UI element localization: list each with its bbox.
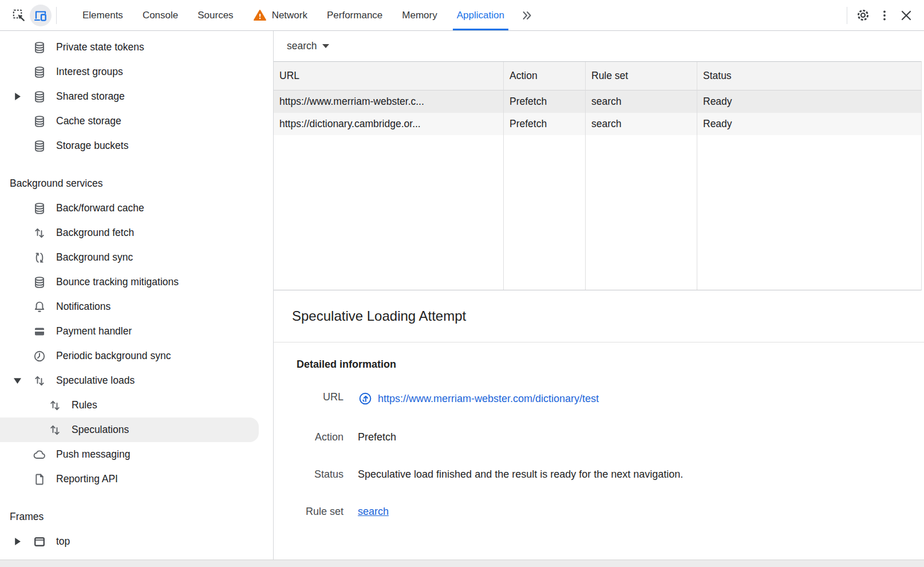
- toggle-device-toolbar-icon[interactable]: [30, 5, 52, 26]
- sidebar-item-label: Background fetch: [56, 227, 134, 239]
- sidebar-item-label: Rules: [72, 399, 97, 411]
- sidebar-item-speculative-loads[interactable]: Speculative loads: [0, 368, 259, 393]
- speculations-toolbar: search: [274, 31, 924, 61]
- sidebar-section-background-services: Background services: [0, 171, 273, 196]
- detail-value: Prefetch: [358, 431, 396, 443]
- sidebar-item-label: Push messaging: [56, 448, 130, 460]
- table-row-1-cell[interactable]: Prefetch: [504, 90, 586, 113]
- tab-console[interactable]: Console: [133, 0, 188, 30]
- sidebar-item-reporting-api[interactable]: Reporting API: [0, 467, 259, 491]
- sidebar-item-bounce-tracking-mitigations[interactable]: Bounce tracking mitigations: [0, 270, 259, 294]
- table-empty-area: [274, 135, 504, 290]
- sidebar-item-cache-storage[interactable]: Cache storage: [0, 109, 259, 133]
- frame-icon: [33, 535, 46, 549]
- table-row-1-cell[interactable]: Ready: [697, 90, 921, 113]
- sidebar-item-notifications[interactable]: Notifications: [0, 294, 259, 319]
- table-row-2-cell[interactable]: Prefetch: [504, 113, 586, 135]
- updown-icon: [33, 374, 46, 388]
- ruleset-filter-label: search: [287, 40, 317, 52]
- speculations-table: URLActionRule setStatushttps://www.merri…: [274, 61, 922, 290]
- devtools-bottom-edge: [0, 560, 924, 567]
- sidebar-item-label: Reporting API: [56, 473, 118, 485]
- sidebar-item-storage-buckets[interactable]: Storage buckets: [0, 133, 259, 158]
- attempt-url-link[interactable]: https://www.merriam-webster.com/dictiona…: [378, 393, 599, 405]
- sidebar-item-interest-groups[interactable]: Interest groups: [0, 60, 259, 84]
- sidebar-item-private-state-tokens[interactable]: Private state tokens: [0, 35, 259, 60]
- detail-row-url: URLhttps://www.merriam-webster.com/dicti…: [297, 391, 924, 406]
- doc-icon: [33, 472, 46, 486]
- attempt-details: Detailed information URLhttps://www.merr…: [274, 342, 924, 543]
- tab-sources[interactable]: Sources: [188, 0, 243, 30]
- detail-label: Status: [297, 468, 343, 481]
- settings-icon[interactable]: [852, 5, 874, 26]
- tab-elements[interactable]: Elements: [73, 0, 133, 30]
- table-row-2-cell[interactable]: search: [586, 113, 697, 135]
- sidebar-item-payment-handler[interactable]: Payment handler: [0, 319, 259, 344]
- table-row-2-cell[interactable]: https://dictionary.cambridge.or...: [274, 113, 504, 135]
- speculations-panel: search URLActionRule setStatushttps://ww…: [274, 31, 924, 560]
- database-icon: [33, 115, 46, 128]
- table-empty-area: [504, 135, 586, 290]
- tab-performance[interactable]: Performance: [317, 0, 392, 30]
- sidebar-item-top[interactable]: top: [0, 529, 259, 554]
- tab-label: Console: [143, 10, 178, 21]
- sidebar-item-label: Periodic background sync: [56, 350, 171, 362]
- close-icon[interactable]: [895, 5, 917, 26]
- tab-application[interactable]: Application: [447, 0, 514, 30]
- database-icon: [33, 41, 46, 54]
- more-tabs-button[interactable]: [514, 0, 539, 30]
- detail-row-status: StatusSpeculative load finished and the …: [297, 468, 924, 481]
- sidebar-item-label: Payment handler: [56, 325, 132, 337]
- detail-label: URL: [297, 391, 343, 403]
- sidebar-item-push-messaging[interactable]: Push messaging: [0, 442, 259, 467]
- sidebar-item-shared-storage[interactable]: Shared storage: [0, 84, 259, 109]
- tab-label: Application: [457, 10, 504, 21]
- updown-icon: [48, 423, 62, 437]
- updown-icon: [48, 399, 62, 412]
- column-header-action[interactable]: Action: [504, 62, 586, 90]
- tab-label: Sources: [198, 10, 233, 21]
- sidebar-item-back-forward-cache[interactable]: Back/forward cache: [0, 196, 259, 220]
- sidebar-item-label: Notifications: [56, 301, 110, 313]
- sidebar-item-label: Back/forward cache: [56, 202, 144, 214]
- expand-arrow-icon[interactable]: [13, 538, 22, 545]
- tab-label: Elements: [82, 10, 123, 21]
- table-row-1-cell[interactable]: https://www.merriam-webster.c...: [274, 90, 504, 113]
- ruleset-filter-dropdown[interactable]: search: [287, 40, 329, 52]
- attempt-section-title: Speculative Loading Attempt: [274, 290, 924, 342]
- sidebar-item-label: Private state tokens: [56, 41, 144, 53]
- tab-label: Network: [272, 10, 307, 21]
- sidebar-item-label: Bounce tracking mitigations: [56, 276, 179, 288]
- sidebar-item-speculations[interactable]: Speculations: [0, 418, 259, 442]
- table-row-1-cell[interactable]: search: [586, 90, 697, 113]
- rule-set-link[interactable]: search: [358, 506, 389, 518]
- column-header-rule-set[interactable]: Rule set: [586, 62, 697, 90]
- table-empty-area: [697, 135, 921, 290]
- bell-icon: [33, 300, 46, 314]
- column-header-url[interactable]: URL: [274, 62, 504, 90]
- sidebar-item-label: Storage buckets: [56, 140, 128, 152]
- sidebar-item-label: Speculations: [72, 424, 129, 436]
- inspect-element-icon[interactable]: [8, 5, 30, 26]
- detailed-information-heading: Detailed information: [297, 359, 924, 371]
- updown-icon: [33, 226, 46, 240]
- open-url-icon[interactable]: [358, 391, 373, 406]
- sidebar-item-background-sync[interactable]: Background sync: [0, 245, 259, 270]
- expand-arrow-icon[interactable]: [13, 93, 22, 100]
- sidebar-item-label: Cache storage: [56, 115, 121, 127]
- detail-value: Speculative load finished and the result…: [358, 468, 683, 481]
- column-header-status[interactable]: Status: [697, 62, 921, 90]
- detail-label: Rule set: [297, 506, 343, 518]
- collapse-arrow-icon[interactable]: [13, 377, 22, 384]
- more-options-icon[interactable]: [874, 5, 895, 26]
- sidebar-item-background-fetch[interactable]: Background fetch: [0, 220, 259, 245]
- tab-memory[interactable]: Memory: [392, 0, 447, 30]
- devtools-tabbar: ElementsConsoleSourcesNetworkPerformance…: [0, 0, 924, 31]
- sidebar-item-rules[interactable]: Rules: [0, 393, 259, 418]
- tab-label: Performance: [327, 10, 382, 21]
- tab-network[interactable]: Network: [243, 0, 317, 30]
- table-row-2-cell[interactable]: Ready: [697, 113, 921, 135]
- cloud-icon: [33, 448, 46, 462]
- database-icon: [33, 90, 46, 104]
- sidebar-item-periodic-background-sync[interactable]: Periodic background sync: [0, 344, 259, 368]
